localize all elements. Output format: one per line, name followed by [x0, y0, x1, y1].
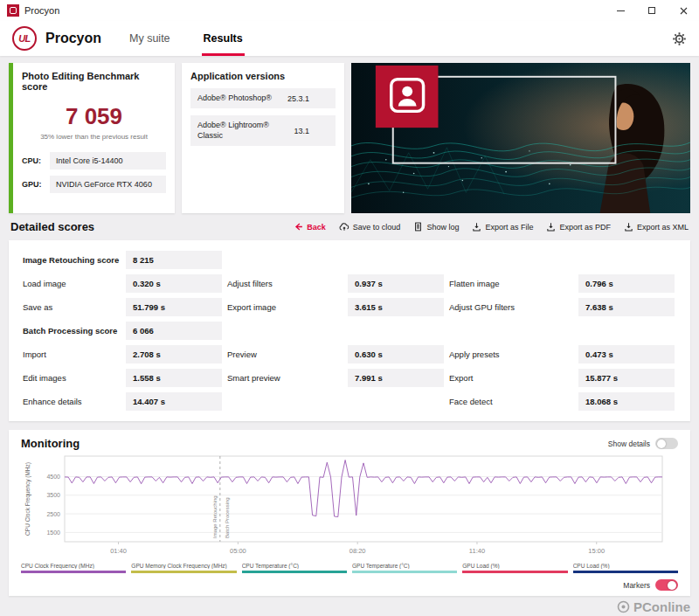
minimize-button[interactable] [605, 0, 636, 21]
save-to-cloud-button[interactable]: Save to cloud [339, 222, 401, 232]
legend-color-bar [573, 571, 678, 573]
back-arrow-icon [294, 222, 303, 232]
legend-item: GPU Load (%) [462, 563, 567, 573]
score-label: Save as [23, 302, 121, 312]
gpu-label: GPU: [22, 180, 50, 189]
detailed-scores-card: Image Retouching score8 215Load image0.3… [9, 240, 690, 421]
toolbar-button-label: Save to cloud [353, 223, 401, 232]
window-title: Procyon [24, 5, 59, 16]
tab-my-suite[interactable]: My suite [128, 21, 172, 56]
score-label: Adjust filters [227, 279, 343, 288]
close-icon [680, 7, 688, 15]
legend-label: CPU Load (%) [573, 563, 678, 569]
legend-color-bar [462, 571, 567, 573]
toolbar-button-label: Export as XML [637, 223, 689, 232]
export-pdf-icon [546, 222, 556, 232]
gpu-value: NVIDIA GeForce RTX 4060 [50, 176, 166, 193]
score-value: 3.615 s [348, 298, 444, 316]
back-button[interactable]: Back [294, 222, 326, 232]
score-label: Apply presets [449, 350, 573, 359]
legend-item: GPU Memory Clock Frequency (MHz) [131, 563, 236, 573]
benchmark-score: 7 059 [22, 103, 166, 130]
score-value: 0.320 s [126, 274, 222, 293]
svg-text:Batch Processing: Batch Processing [225, 497, 230, 538]
detailed-scores-title: Detailed scores [10, 220, 94, 233]
main-content: Photo Editing Benchmark score 7 059 35% … [0, 56, 699, 596]
version-row-lightroom: Adobe® Lightroom® Classic 13.1 [190, 115, 336, 146]
show-details-toggle[interactable] [655, 438, 678, 449]
version-row-photoshop: Adobe® Photoshop® 25.3.1 [190, 88, 336, 108]
score-label: Smart preview [227, 373, 343, 383]
score-value: 0.937 s [348, 274, 444, 293]
markers-label: Markers [623, 581, 650, 590]
score-value: 51.799 s [126, 298, 222, 316]
window-titlebar: Procyon [0, 0, 699, 21]
app-header: UL Procyon My suite Results [0, 21, 699, 56]
legend-label: GPU Load (%) [462, 563, 567, 569]
legend-item: CPU Temperature (°C) [242, 563, 347, 573]
export-as-file-button[interactable]: Export as File [472, 222, 533, 232]
legend-label: CPU Clock Frequency (MHz) [21, 563, 126, 569]
svg-text:Image Retouching: Image Retouching [212, 495, 218, 538]
legend-color-bar [21, 571, 126, 573]
markers-toggle[interactable] [655, 579, 678, 591]
score-label: Edit images [23, 373, 121, 383]
empty-cell [348, 392, 444, 411]
score-value: 15.877 s [578, 369, 675, 387]
score-label: Export [449, 373, 573, 383]
empty-cell [449, 251, 573, 269]
chart-legend: CPU Clock Frequency (MHz)GPU Memory Cloc… [21, 563, 678, 573]
window-controls [605, 0, 699, 21]
maximize-button[interactable] [636, 0, 668, 21]
score-value: 0.796 s [578, 274, 675, 293]
svg-text:4500: 4500 [46, 474, 60, 480]
minimize-icon [617, 10, 625, 11]
monitoring-card: Monitoring Show details 1500250035004500… [9, 430, 690, 596]
legend-color-bar [131, 571, 236, 573]
show-details-label: Show details [608, 440, 650, 448]
svg-text:11:40: 11:40 [469, 547, 485, 555]
summary-row: Photo Editing Benchmark score 7 059 35% … [9, 63, 690, 213]
toolbar-button-label: Export as File [485, 223, 533, 232]
monitoring-chart: 150025003500450001:4005:0008:2011:4015:0… [21, 452, 671, 558]
procyon-logo-badge [376, 66, 439, 128]
legend-item: CPU Load (%) [573, 563, 678, 573]
toolbar-button-label: Show log [426, 223, 459, 232]
detailed-scores-grid: Image Retouching score8 215Load image0.3… [23, 251, 676, 411]
legend-color-bar [352, 571, 457, 573]
score-label: Flatten image [449, 279, 573, 288]
legend-color-bar [242, 571, 347, 573]
score-value: 0.473 s [578, 345, 675, 363]
empty-cell [578, 322, 675, 340]
score-label: Adjust GPU filters [449, 302, 573, 312]
cpu-value: Intel Core i5-14400 [50, 152, 166, 170]
close-button[interactable] [668, 0, 699, 21]
score-card-title: Photo Editing Benchmark score [22, 71, 166, 92]
tab-results[interactable]: Results [202, 21, 245, 56]
score-label: Batch Processing score [23, 326, 121, 336]
score-value: 0.630 s [348, 345, 444, 363]
watermark-text: PConline [633, 599, 690, 614]
settings-gear-icon[interactable] [672, 31, 687, 46]
app-version: 25.3.1 [287, 94, 329, 103]
score-value: 6 066 [126, 322, 222, 340]
export-as-pdf-button[interactable]: Export as PDF [546, 222, 611, 232]
empty-cell [227, 392, 343, 411]
svg-text:2500: 2500 [46, 511, 60, 517]
export-as-xml-button[interactable]: Export as XML [624, 222, 689, 232]
empty-cell [227, 322, 343, 340]
log-icon [413, 222, 423, 232]
export-file-icon [472, 222, 481, 232]
spec-list: CPU: Intel Core i5-14400 GPU: NVIDIA GeF… [22, 152, 166, 193]
detailed-scores-header: Detailed scores BackSave to cloudShow lo… [10, 220, 689, 233]
toggle-knob [657, 440, 666, 448]
monitoring-header: Monitoring Show details [21, 437, 678, 450]
empty-cell [348, 251, 444, 269]
monitoring-title: Monitoring [21, 437, 80, 450]
svg-text:08:20: 08:20 [350, 547, 366, 555]
app-version: 13.1 [294, 127, 329, 135]
show-log-button[interactable]: Show log [413, 222, 459, 232]
tab-bar: My suite Results [128, 21, 274, 56]
score-value: 7.638 s [578, 298, 675, 316]
gpu-row: GPU: NVIDIA GeForce RTX 4060 [22, 176, 166, 193]
